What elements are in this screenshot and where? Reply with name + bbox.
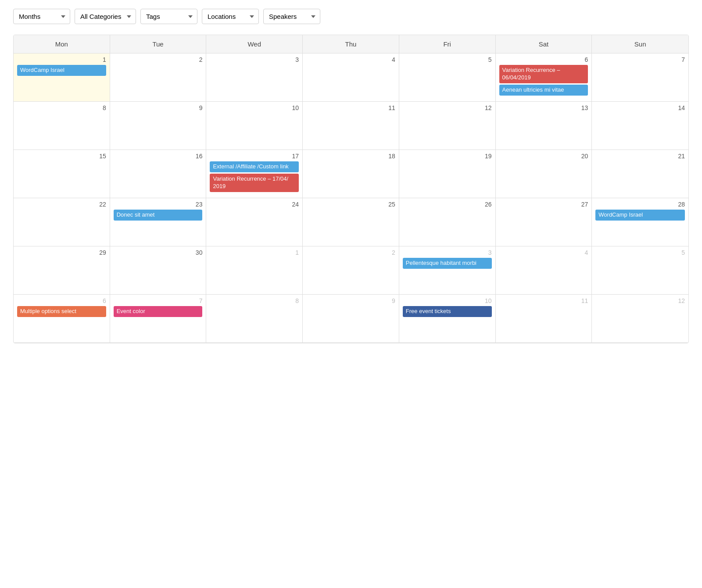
cal-cell: 12 — [592, 295, 688, 343]
cal-cell: 17External /Affiliate /Custom linkVariat… — [206, 150, 303, 198]
day-number: 19 — [403, 153, 492, 160]
filter-speakers[interactable]: Speakers — [263, 9, 320, 24]
cal-cell: 1 — [206, 246, 303, 295]
filter-bar: MonthsJanuaryFebruaryMarchAprilMayJuneJu… — [13, 9, 689, 24]
day-number: 1 — [210, 249, 299, 256]
day-header-wed: Wed — [206, 35, 303, 53]
filter-locations[interactable]: Locations — [202, 9, 259, 24]
day-number: 11 — [306, 104, 395, 111]
day-number: 12 — [403, 104, 492, 111]
day-number: 12 — [595, 297, 685, 304]
calendar-header: MonTueWedThuFriSatSun — [14, 35, 688, 53]
day-number: 30 — [114, 249, 203, 256]
day-number: 11 — [499, 297, 588, 304]
day-number: 10 — [403, 297, 492, 304]
cal-cell: 30 — [110, 246, 207, 295]
calendar-event[interactable]: Variation Recurrence – 06/04/2019 — [499, 65, 588, 83]
calendar-event[interactable]: External /Affiliate /Custom link — [210, 161, 299, 172]
calendar-event[interactable]: Variation Recurrence – 17/04/ 2019 — [210, 174, 299, 192]
cal-cell: 7Event color — [110, 295, 207, 343]
cal-cell: 4 — [303, 53, 399, 102]
cal-cell: 28WordCamp Israel — [592, 198, 688, 246]
cal-cell: 6Variation Recurrence – 06/04/2019Aenean… — [496, 53, 592, 102]
day-number: 17 — [210, 153, 299, 160]
cal-cell: 14 — [592, 102, 688, 150]
day-number: 26 — [403, 201, 492, 208]
cal-cell: 16 — [110, 150, 207, 198]
cal-cell: 4 — [496, 246, 592, 295]
filter-months[interactable]: MonthsJanuaryFebruaryMarchAprilMayJuneJu… — [13, 9, 70, 24]
day-number: 25 — [306, 201, 395, 208]
day-number: 3 — [403, 249, 492, 256]
cal-cell: 1WordCamp Israel — [14, 53, 110, 102]
calendar-event[interactable]: WordCamp Israel — [595, 210, 685, 221]
day-number: 5 — [595, 249, 685, 256]
cal-cell: 12 — [399, 102, 496, 150]
calendar-wrapper: MonTueWedThuFriSatSun 1WordCamp Israel23… — [13, 35, 689, 343]
cal-cell: 27 — [496, 198, 592, 246]
day-number: 6 — [499, 56, 588, 63]
cal-cell: 10Free event tickets — [399, 295, 496, 343]
cal-cell: 7 — [592, 53, 688, 102]
day-header-mon: Mon — [14, 35, 110, 53]
cal-cell: 21 — [592, 150, 688, 198]
day-header-thu: Thu — [303, 35, 399, 53]
cal-cell: 8 — [14, 102, 110, 150]
day-number: 22 — [17, 201, 106, 208]
day-number: 8 — [210, 297, 299, 304]
day-number: 24 — [210, 201, 299, 208]
cal-cell: 25 — [303, 198, 399, 246]
cal-cell: 11 — [303, 102, 399, 150]
day-number: 29 — [17, 249, 106, 256]
cal-cell: 26 — [399, 198, 496, 246]
cal-cell: 15 — [14, 150, 110, 198]
day-number: 1 — [17, 56, 106, 63]
cal-cell: 9 — [110, 102, 207, 150]
cal-cell: 19 — [399, 150, 496, 198]
day-number: 14 — [595, 104, 685, 111]
cal-cell: 29 — [14, 246, 110, 295]
day-header-fri: Fri — [399, 35, 496, 53]
day-number: 18 — [306, 153, 395, 160]
filter-categories[interactable]: All Categories — [75, 9, 136, 24]
cal-cell: 20 — [496, 150, 592, 198]
calendar-event[interactable]: Multiple options select — [17, 306, 106, 317]
cal-cell: 5 — [592, 246, 688, 295]
day-number: 6 — [17, 297, 106, 304]
day-number: 3 — [210, 56, 299, 63]
day-number: 2 — [306, 249, 395, 256]
cal-cell: 9 — [303, 295, 399, 343]
calendar-event[interactable]: Free event tickets — [403, 306, 492, 317]
day-number: 21 — [595, 153, 685, 160]
day-number: 20 — [499, 153, 588, 160]
calendar-grid: 1WordCamp Israel23456Variation Recurrenc… — [14, 53, 688, 343]
day-number: 10 — [210, 104, 299, 111]
day-number: 15 — [17, 153, 106, 160]
day-number: 5 — [403, 56, 492, 63]
day-number: 9 — [306, 297, 395, 304]
day-number: 4 — [499, 249, 588, 256]
filter-tags[interactable]: Tags — [140, 9, 197, 24]
cal-cell: 2 — [110, 53, 207, 102]
cal-cell: 2 — [303, 246, 399, 295]
calendar-event[interactable]: WordCamp Israel — [17, 65, 106, 76]
cal-cell: 18 — [303, 150, 399, 198]
cal-cell: 22 — [14, 198, 110, 246]
day-number: 27 — [499, 201, 588, 208]
cal-cell: 3Pellentesque habitant morbi — [399, 246, 496, 295]
day-number: 13 — [499, 104, 588, 111]
calendar-event[interactable]: Pellentesque habitant morbi — [403, 258, 492, 269]
day-number: 7 — [114, 297, 203, 304]
day-number: 28 — [595, 201, 685, 208]
day-number: 8 — [17, 104, 106, 111]
cal-cell: 10 — [206, 102, 303, 150]
cal-cell: 24 — [206, 198, 303, 246]
day-header-sat: Sat — [496, 35, 592, 53]
cal-cell: 5 — [399, 53, 496, 102]
calendar-event[interactable]: Event color — [114, 306, 203, 317]
day-number: 9 — [114, 104, 203, 111]
calendar-event[interactable]: Donec sit amet — [114, 210, 203, 221]
day-number: 23 — [114, 201, 203, 208]
calendar-event[interactable]: Aenean ultricies mi vitae — [499, 85, 588, 96]
cal-cell: 6Multiple options select — [14, 295, 110, 343]
